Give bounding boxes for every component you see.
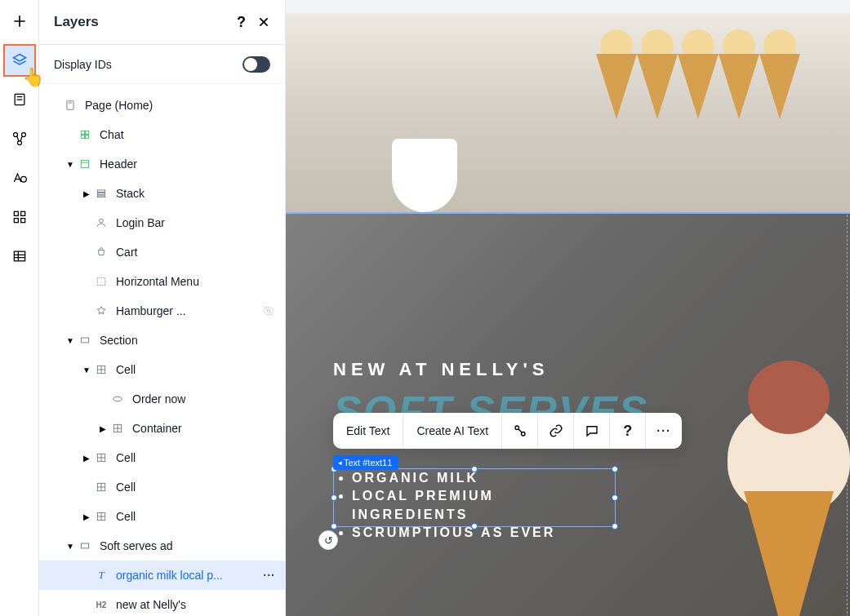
tree-cart[interactable]: Cart [39, 237, 285, 267]
tree-hamburger[interactable]: Hamburger ... [39, 296, 285, 326]
svg-rect-11 [81, 131, 84, 134]
tree-page[interactable]: Page (Home) [39, 91, 285, 120]
svg-rect-15 [81, 160, 88, 167]
edit-text-button[interactable]: Edit Text [333, 413, 403, 449]
layers-tool[interactable]: 👆 [5, 46, 34, 75]
canvas[interactable]: NEW AT NELLY'S SOFT SERVES Edit Text Cre… [286, 0, 850, 616]
resize-handle[interactable] [331, 523, 337, 530]
svg-rect-10 [67, 101, 73, 110]
bullet-text[interactable]: Organic milk Local premium ingredients S… [334, 469, 615, 543]
resize-handle[interactable] [612, 523, 618, 530]
resize-handle[interactable] [471, 466, 478, 472]
svg-rect-6 [20, 211, 24, 215]
add-tool[interactable] [5, 7, 34, 36]
svg-rect-14 [86, 135, 89, 139]
svg-rect-12 [86, 131, 89, 134]
tree-cell-2[interactable]: ▶ Cell [39, 443, 285, 472]
tree-text-selected[interactable]: T organic milk local p... ··· [39, 561, 285, 590]
resize-handle[interactable] [331, 494, 337, 501]
tree-section[interactable]: ▼ Section [39, 326, 285, 355]
svg-point-3 [17, 141, 21, 145]
help-toolbar-icon[interactable]: ? [610, 413, 646, 449]
svg-rect-13 [81, 135, 84, 139]
grid-tool[interactable] [5, 202, 34, 232]
visibility-off-icon[interactable] [262, 304, 275, 317]
text-tool[interactable] [5, 163, 34, 193]
tree-horizontal-menu[interactable]: Horizontal Menu [39, 267, 285, 296]
selection-box[interactable]: Organic milk Local premium ingredients S… [333, 468, 616, 527]
resize-handle[interactable] [612, 466, 618, 472]
more-icon[interactable]: ··· [263, 569, 275, 582]
tree-header[interactable]: ▼ Header [39, 149, 285, 179]
tree-soft-serves-ad[interactable]: ▼ Soft serves ad [39, 531, 285, 561]
resize-handle[interactable] [612, 494, 618, 501]
text-toolbar: Edit Text Create AI Text ? ··· [333, 413, 682, 449]
tree-stack[interactable]: ▶ Stack [39, 179, 285, 208]
tree-login-bar[interactable]: Login Bar [39, 208, 285, 237]
svg-point-19 [100, 219, 104, 223]
create-ai-text-button[interactable]: Create AI Text [403, 413, 502, 449]
hero-subhead[interactable]: NEW AT NELLY'S [333, 359, 648, 380]
tree-cell-4[interactable]: ▶ Cell [39, 502, 285, 531]
comment-icon[interactable] [574, 413, 610, 449]
svg-rect-17 [97, 193, 105, 194]
svg-point-4 [20, 176, 26, 182]
revert-icon[interactable]: ↺ [318, 530, 338, 550]
site-structure-tool[interactable] [5, 124, 34, 153]
tree-cell-1[interactable]: ▼ Cell [39, 355, 285, 384]
svg-rect-8 [20, 219, 24, 223]
svg-rect-18 [97, 196, 105, 197]
svg-rect-16 [97, 190, 105, 192]
close-icon[interactable] [257, 16, 270, 29]
resize-handle[interactable] [471, 523, 478, 530]
pages-tool[interactable] [5, 85, 34, 114]
layer-tree: Page (Home) Chat ▼ Header ▶ Stack Login … [39, 84, 285, 616]
tree-container[interactable]: ▶ Container [39, 414, 285, 443]
table-tool[interactable] [5, 242, 34, 271]
tree-chat[interactable]: Chat [39, 120, 285, 149]
help-icon[interactable]: ? [237, 14, 246, 31]
display-ids-toggle[interactable] [243, 56, 270, 73]
svg-rect-20 [97, 277, 105, 285]
animation-icon[interactable] [502, 413, 538, 449]
link-icon[interactable] [538, 413, 574, 449]
svg-rect-29 [81, 543, 88, 548]
panel-header: Layers ? [39, 0, 285, 45]
ice-cream-graphic [703, 344, 850, 616]
more-toolbar-icon[interactable]: ··· [646, 413, 682, 449]
h2-type-icon: H2 [93, 600, 109, 609]
svg-rect-9 [14, 251, 24, 261]
layers-panel: Layers ? Display IDs Page (Home) Chat ▼ … [39, 0, 286, 616]
display-ids-row: Display IDs [39, 45, 285, 84]
tree-cell-3[interactable]: Cell [39, 472, 285, 502]
display-ids-label: Display IDs [54, 58, 112, 71]
tree-order-now[interactable]: Order now [39, 384, 285, 414]
left-rail: 👆 [0, 0, 39, 616]
svg-rect-7 [14, 219, 18, 223]
text-type-icon: T [93, 569, 109, 582]
hero-bottom-section[interactable]: NEW AT NELLY'S SOFT SERVES Edit Text Cre… [286, 214, 850, 616]
svg-rect-22 [81, 338, 88, 343]
panel-title: Layers [54, 14, 99, 30]
tree-h2[interactable]: H2 new at Nelly's [39, 590, 285, 616]
svg-rect-5 [14, 211, 18, 215]
selection-tag[interactable]: ◂ Text #text11 [333, 455, 398, 470]
hero-top-image [286, 13, 850, 212]
svg-point-24 [113, 397, 122, 401]
